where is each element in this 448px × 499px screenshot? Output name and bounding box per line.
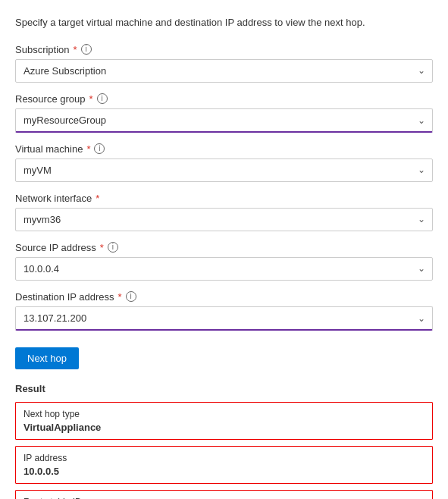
- virtual-machine-label: Virtual machine * i: [15, 143, 433, 155]
- subscription-label-text: Subscription: [15, 44, 70, 55]
- subscription-dropdown[interactable]: Azure Subscription: [15, 59, 433, 83]
- virtual-machine-required: *: [86, 143, 90, 155]
- route-table-label: Route table ID: [23, 497, 178, 500]
- resource-group-required: *: [89, 93, 93, 105]
- source-ip-info-icon[interactable]: i: [108, 242, 118, 253]
- virtual-machine-dropdown-wrapper: myVM ⌄: [15, 158, 433, 182]
- source-ip-dropdown-wrapper: 10.0.0.4 ⌄: [15, 257, 433, 281]
- subscription-label: Subscription * i: [15, 44, 433, 55]
- virtual-machine-dropdown[interactable]: myVM: [15, 158, 433, 182]
- subscription-group: Subscription * i Azure Subscription ⌄: [15, 44, 433, 83]
- network-interface-dropdown[interactable]: myvm36: [15, 208, 433, 231]
- destination-ip-group: Destination IP address * i 13.107.21.200…: [15, 291, 433, 331]
- network-interface-dropdown-wrapper: myvm36 ⌄: [15, 208, 433, 231]
- ip-address-card: IP address 10.0.0.5: [15, 446, 433, 484]
- route-table-card: Route table ID /subscriptions/abcdef01-2…: [15, 490, 433, 500]
- source-ip-required: *: [100, 242, 104, 253]
- network-interface-required: *: [96, 193, 99, 204]
- resource-group-info-icon[interactable]: i: [97, 93, 108, 104]
- destination-ip-label-text: Destination IP address: [15, 291, 114, 303]
- page-description: Specify a target virtual machine and des…: [15, 15, 433, 30]
- source-ip-group: Source IP address * i 10.0.0.4 ⌄: [15, 242, 433, 281]
- destination-ip-info-icon[interactable]: i: [126, 291, 136, 302]
- virtual-machine-group: Virtual machine * i myVM ⌄: [15, 143, 433, 182]
- subscription-dropdown-wrapper: Azure Subscription ⌄: [15, 59, 433, 83]
- resource-group-dropdown[interactable]: myResourceGroup: [15, 108, 433, 133]
- resource-group-dropdown-wrapper: myResourceGroup ⌄: [15, 108, 433, 133]
- network-interface-group: Network interface * myvm36 ⌄: [15, 193, 433, 231]
- network-interface-label-text: Network interface: [15, 193, 92, 204]
- network-interface-label: Network interface *: [15, 193, 433, 204]
- virtual-machine-label-text: Virtual machine: [15, 143, 83, 155]
- source-ip-label: Source IP address * i: [15, 242, 433, 253]
- destination-ip-required: *: [118, 291, 122, 303]
- subscription-info-icon[interactable]: i: [81, 44, 92, 55]
- next-hop-button[interactable]: Next hop: [15, 347, 79, 369]
- destination-ip-label: Destination IP address * i: [15, 291, 433, 303]
- next-hop-type-card: Next hop type VirtualAppliance: [15, 402, 433, 440]
- source-ip-dropdown[interactable]: 10.0.0.4: [15, 257, 433, 281]
- result-section-label: Result: [15, 383, 433, 394]
- next-hop-type-label: Next hop type: [23, 409, 425, 419]
- resource-group-group: Resource group * i myResourceGroup ⌄: [15, 93, 433, 133]
- virtual-machine-info-icon[interactable]: i: [94, 143, 105, 154]
- ip-address-value: 10.0.0.5: [23, 466, 425, 477]
- resource-group-label: Resource group * i: [15, 93, 433, 105]
- result-section: Result Next hop type VirtualAppliance IP…: [15, 383, 433, 500]
- destination-ip-dropdown-wrapper: 13.107.21.200 ⌄: [15, 306, 433, 331]
- result-cards-column: Next hop type VirtualAppliance IP addres…: [15, 402, 433, 500]
- subscription-required: *: [74, 44, 77, 55]
- next-hop-type-value: VirtualAppliance: [23, 422, 425, 433]
- ip-address-label: IP address: [23, 453, 425, 463]
- source-ip-label-text: Source IP address: [15, 242, 96, 253]
- destination-ip-dropdown[interactable]: 13.107.21.200: [15, 306, 433, 331]
- route-table-content: Route table ID /subscriptions/abcdef01-2…: [23, 497, 178, 500]
- resource-group-label-text: Resource group: [15, 93, 86, 105]
